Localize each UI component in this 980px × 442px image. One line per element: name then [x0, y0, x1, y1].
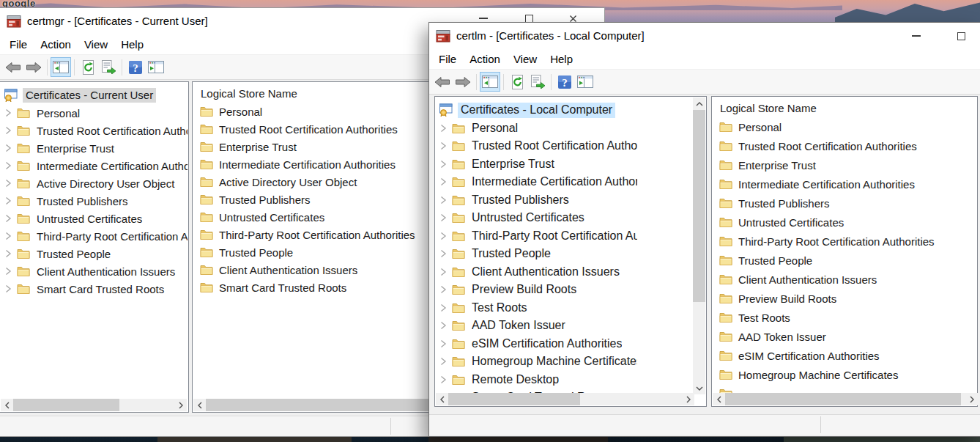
- chevron-right-icon[interactable]: [4, 284, 12, 293]
- chevron-right-icon[interactable]: [439, 160, 447, 169]
- tree-item[interactable]: Intermediate Certification Authorities: [435, 173, 693, 191]
- certlm-maximize-button[interactable]: [946, 26, 976, 46]
- certlm-tree-vscrollbar[interactable]: [693, 97, 705, 394]
- tree-item[interactable]: Homegroup Machine Certificates: [435, 353, 693, 371]
- certlm-tree-hscrollbar[interactable]: [436, 393, 694, 405]
- chevron-right-icon[interactable]: [439, 124, 447, 133]
- tree-item[interactable]: Untrusted Certificates: [435, 209, 693, 227]
- tree-item[interactable]: AAD Token Issuer: [435, 317, 693, 335]
- forward-icon[interactable]: [23, 57, 44, 77]
- tree-item[interactable]: Enterprise Trust: [0, 139, 188, 157]
- list-item[interactable]: Trusted People: [713, 251, 977, 270]
- tree-item[interactable]: Intermediate Certification Authorities: [0, 157, 188, 174]
- scroll-right-icon[interactable]: [682, 393, 694, 405]
- tree-item[interactable]: Preview Build Roots: [435, 281, 693, 299]
- back-icon[interactable]: [3, 57, 23, 77]
- tree-item[interactable]: Remote Desktop: [435, 371, 693, 389]
- scroll-left-icon[interactable]: [436, 393, 448, 405]
- menu-item[interactable]: File: [432, 50, 463, 68]
- tree-item[interactable]: Trusted Publishers: [0, 192, 188, 210]
- tree-item[interactable]: Trusted Publishers: [435, 191, 693, 210]
- tree-item[interactable]: Untrusted Certificates: [0, 210, 188, 227]
- tree-item[interactable]: Trusted Root Certification Authorities: [0, 122, 188, 139]
- list-item[interactable]: Personal: [713, 117, 977, 136]
- certmgr-tree-hscrollbar[interactable]: [1, 399, 187, 411]
- chevron-right-icon[interactable]: [439, 196, 447, 205]
- export-list-icon[interactable]: [527, 72, 548, 92]
- tree-item[interactable]: Enterprise Trust: [435, 155, 693, 174]
- scrollbar-thumb[interactable]: [693, 110, 705, 302]
- menu-item[interactable]: View: [507, 50, 543, 68]
- chevron-right-icon[interactable]: [439, 249, 447, 258]
- tree-item[interactable]: Active Directory User Object: [0, 174, 188, 192]
- menu-item[interactable]: Help: [114, 35, 150, 54]
- show-hide-action-pane-icon[interactable]: [146, 57, 166, 77]
- scroll-right-icon[interactable]: [965, 393, 978, 405]
- tree-item[interactable]: Smart Card Trusted Roots: [0, 280, 188, 298]
- chevron-right-icon[interactable]: [439, 303, 447, 312]
- help-icon[interactable]: [554, 72, 575, 92]
- list-item[interactable]: Test Roots: [713, 308, 977, 327]
- chevron-right-icon[interactable]: [439, 375, 447, 384]
- chevron-right-icon[interactable]: [4, 126, 12, 135]
- show-hide-action-pane-icon[interactable]: [575, 72, 595, 92]
- certlm-minimize-button[interactable]: [902, 26, 931, 46]
- chevron-right-icon[interactable]: [439, 268, 447, 276]
- certlm-list-hscrollbar[interactable]: [713, 393, 978, 405]
- back-icon[interactable]: [432, 72, 453, 92]
- chevron-right-icon[interactable]: [439, 232, 447, 240]
- chevron-right-icon[interactable]: [4, 179, 12, 188]
- list-item[interactable]: Homegroup Machine Certificates: [713, 365, 977, 384]
- menu-item[interactable]: View: [78, 35, 114, 54]
- tree-item[interactable]: Personal: [435, 119, 693, 138]
- tree-item[interactable]: Trusted People: [435, 245, 693, 263]
- chevron-right-icon[interactable]: [439, 321, 447, 330]
- chevron-right-icon[interactable]: [439, 285, 447, 294]
- tree-item[interactable]: Third-Party Root Certification Authoriti…: [435, 227, 693, 246]
- chevron-right-icon[interactable]: [439, 339, 447, 348]
- refresh-icon[interactable]: [507, 72, 527, 92]
- list-item[interactable]: Trusted Publishers: [713, 194, 977, 213]
- list-item[interactable]: eSIM Certification Authorities: [713, 346, 977, 365]
- refresh-icon[interactable]: [78, 57, 98, 77]
- export-list-icon[interactable]: [98, 57, 119, 77]
- menu-item[interactable]: File: [3, 35, 34, 54]
- forward-icon[interactable]: [453, 72, 473, 92]
- menu-item[interactable]: Action: [463, 50, 507, 68]
- tree-item[interactable]: Trusted Root Certification Authorities: [435, 137, 693, 155]
- chevron-right-icon[interactable]: [4, 214, 12, 223]
- list-item[interactable]: Intermediate Certification Authorities: [713, 174, 977, 194]
- tree-item[interactable]: Test Roots: [435, 299, 693, 317]
- chevron-right-icon[interactable]: [4, 196, 12, 205]
- scroll-right-icon[interactable]: [174, 399, 187, 411]
- chevron-right-icon[interactable]: [4, 232, 12, 240]
- scroll-left-icon[interactable]: [193, 399, 206, 411]
- tree-root-certificates-current-user[interactable]: Certificates - Current User: [0, 86, 188, 104]
- list-item[interactable]: Preview Build Roots: [713, 289, 977, 308]
- list-item[interactable]: Untrusted Certificates: [713, 213, 977, 232]
- help-icon[interactable]: [125, 57, 146, 77]
- list-item[interactable]: Trusted Root Certification Authorities: [713, 136, 977, 155]
- show-hide-console-tree-icon[interactable]: [51, 57, 71, 77]
- menu-item[interactable]: Help: [543, 50, 579, 68]
- chevron-right-icon[interactable]: [439, 177, 447, 186]
- list-item[interactable]: AAD Token Issuer: [713, 327, 977, 346]
- scroll-down-icon[interactable]: [693, 382, 705, 394]
- list-item[interactable]: Third-Party Root Certification Authoriti…: [713, 232, 977, 251]
- scrollbar-thumb[interactable]: [13, 399, 119, 411]
- menu-item[interactable]: Action: [34, 35, 78, 54]
- chevron-right-icon[interactable]: [4, 267, 12, 276]
- scroll-left-icon[interactable]: [1, 399, 13, 411]
- scroll-left-icon[interactable]: [713, 393, 725, 405]
- scrollbar-thumb[interactable]: [448, 393, 580, 405]
- tree-root-certificates-local-computer[interactable]: Certificates - Local Computer: [435, 101, 693, 119]
- chevron-right-icon[interactable]: [4, 249, 12, 258]
- list-item[interactable]: Client Authentication Issuers: [713, 270, 977, 289]
- scrollbar-thumb[interactable]: [725, 393, 961, 405]
- tree-item[interactable]: Client Authentication Issuers: [0, 262, 188, 280]
- column-header-logical-store-name[interactable]: Logical Store Name: [713, 97, 976, 117]
- chevron-right-icon[interactable]: [4, 108, 12, 117]
- certlm-titlebar[interactable]: certlm - [Certificates - Local Computer]: [429, 23, 980, 49]
- tree-item[interactable]: Third-Party Root Certification Authoriti…: [0, 227, 188, 245]
- chevron-right-icon[interactable]: [439, 141, 447, 150]
